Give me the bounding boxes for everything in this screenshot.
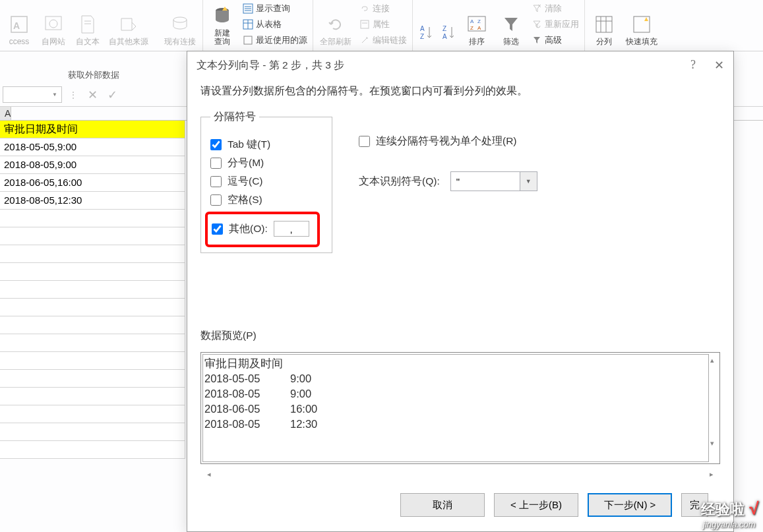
right-options: 连续分隔符号视为单个处理(R) 文本识别符号(Q): ▼	[359, 110, 537, 268]
text-to-columns-button[interactable]: 分列	[588, 0, 621, 47]
cell-header[interactable]: 审批日期及时间	[0, 121, 185, 138]
cell-empty[interactable]	[0, 316, 185, 334]
link-icon	[359, 3, 370, 14]
connections-button[interactable]: 连接	[357, 1, 410, 16]
from-web-button[interactable]: 自网站	[37, 0, 70, 47]
tab-checkbox[interactable]	[210, 139, 222, 150]
sort-az-icon: AZ	[419, 24, 433, 42]
consecutive-checkbox[interactable]	[359, 136, 370, 147]
cell-data[interactable]: 2018-06-05,16:00	[0, 174, 185, 192]
chevron-down-icon[interactable]: ▼	[520, 172, 537, 191]
cell-empty[interactable]	[0, 352, 185, 370]
from-access-button[interactable]: A ccess	[3, 0, 36, 47]
space-checkbox[interactable]	[210, 194, 222, 206]
properties-button[interactable]: 属性	[357, 16, 410, 32]
highlighted-other-option: 其他(O):	[205, 212, 320, 247]
cell-empty[interactable]	[0, 299, 185, 316]
select-all-corner[interactable]	[0, 107, 5, 120]
cell-empty[interactable]	[0, 210, 185, 227]
accept-formula-button[interactable]: ✓	[104, 88, 120, 102]
back-button[interactable]: < 上一步(B)	[494, 493, 578, 517]
scroll-left-icon[interactable]: ◂	[203, 468, 215, 480]
next-button[interactable]: 下一步(N) >	[588, 493, 672, 517]
semicolon-checkbox-row[interactable]: 分号(M)	[210, 156, 320, 170]
cell-empty[interactable]	[0, 281, 185, 299]
sort-za-icon: ZA	[441, 24, 456, 42]
access-icon: A	[9, 15, 29, 34]
sort-desc-button[interactable]: ZA	[438, 0, 459, 47]
reapply-button[interactable]: 重新应用	[529, 16, 582, 32]
recent-sources-button[interactable]: 最近使用的源	[240, 32, 310, 48]
svg-rect-29	[596, 16, 612, 32]
filter-button[interactable]: 筛选	[495, 0, 528, 47]
ribbon: A ccess 自网站 自文本 自其他来源 现有连接	[0, 0, 763, 51]
qualifier-combo[interactable]: ▼	[450, 171, 537, 191]
edit-links-button[interactable]: 编辑链接	[357, 32, 410, 48]
advanced-filter-button[interactable]: 高级	[529, 32, 582, 48]
cell-empty[interactable]	[0, 227, 185, 245]
ribbon-group-transform: 新建 查询 显示查询 从表格 最近使用的源	[203, 0, 313, 51]
dialog-footer: 取消 < 上一步(B) 下一步(N) > 完	[200, 483, 720, 525]
horizontal-scrollbar[interactable]: ◂ ▸	[200, 467, 720, 483]
properties-icon	[359, 19, 370, 30]
cell-empty[interactable]	[0, 334, 185, 352]
help-button[interactable]: ?	[690, 58, 696, 73]
cell-empty[interactable]	[0, 441, 185, 459]
comma-checkbox-row[interactable]: 逗号(C)	[210, 175, 320, 189]
name-box[interactable]: ▼	[3, 86, 62, 103]
chevron-down-icon[interactable]: ▼	[52, 92, 57, 98]
consecutive-checkbox-row[interactable]: 连续分隔符号视为单个处理(R)	[359, 134, 537, 148]
cell-empty[interactable]	[0, 245, 185, 263]
edit-link-icon	[359, 35, 370, 45]
new-query-button[interactable]: 新建 查询	[206, 0, 239, 47]
cell-empty[interactable]	[0, 423, 185, 441]
cell-empty[interactable]	[0, 370, 185, 388]
cancel-formula-button[interactable]: ✕	[84, 88, 100, 102]
refresh-all-button[interactable]: 全部刷新	[316, 0, 355, 47]
svg-text:A: A	[470, 18, 474, 24]
space-checkbox-row[interactable]: 空格(S)	[210, 193, 320, 207]
sort-asc-button[interactable]: AZ	[415, 0, 437, 47]
sort-button[interactable]: AZZA 排序	[460, 0, 493, 47]
cell-empty[interactable]	[0, 263, 185, 281]
svg-text:A: A	[13, 20, 20, 31]
existing-conn-button[interactable]: 现有连接	[160, 0, 200, 47]
cancel-button[interactable]: 取消	[400, 493, 485, 517]
svg-point-6	[173, 17, 187, 22]
cell-data[interactable]: 2018-08-05,9:00	[0, 156, 185, 174]
svg-rect-16	[361, 20, 369, 28]
comma-checkbox[interactable]	[210, 176, 222, 187]
clear-filter-button[interactable]: 清除	[529, 1, 582, 16]
scroll-up-icon[interactable]: ▴	[706, 354, 718, 366]
svg-text:Z: Z	[443, 25, 446, 32]
text-qualifier-row: 文本识别符号(Q): ▼	[359, 171, 537, 191]
advanced-icon	[532, 35, 542, 45]
from-text-button[interactable]: 自文本	[71, 0, 104, 47]
other-checkbox[interactable]	[212, 223, 223, 235]
svg-rect-15	[244, 36, 252, 44]
cell-empty[interactable]	[0, 405, 185, 423]
scroll-right-icon[interactable]: ▸	[706, 468, 717, 480]
cell-empty[interactable]	[0, 388, 185, 405]
close-button[interactable]: ✕	[714, 58, 724, 73]
svg-rect-33	[634, 16, 650, 32]
other-checkbox-row[interactable]: 其他(O):	[212, 221, 312, 237]
svg-text:A: A	[477, 25, 481, 31]
from-table-button[interactable]: 从表格	[240, 16, 310, 32]
column-header-A[interactable]: A	[5, 107, 11, 120]
ribbon-group-connections: 全部刷新 连接 属性 编辑链接	[313, 0, 413, 51]
dialog-title-text: 文本分列向导 - 第 2 步，共 3 步	[197, 59, 344, 73]
other-delimiter-input[interactable]	[274, 221, 309, 237]
from-other-button[interactable]: 自其他来源	[106, 0, 152, 47]
ribbon-group-data-tools: 分列 快速填充	[585, 0, 664, 51]
tab-checkbox-row[interactable]: Tab 键(T)	[210, 138, 320, 152]
cell-data[interactable]: 2018-05-05,9:00	[0, 138, 185, 156]
flash-fill-button[interactable]: 快速填充	[622, 0, 661, 47]
group-label-external-data: 获取外部数据	[0, 66, 187, 84]
flash-fill-icon	[632, 15, 652, 34]
qualifier-input[interactable]	[451, 172, 520, 191]
show-queries-button[interactable]: 显示查询	[240, 1, 310, 16]
cell-data[interactable]: 2018-08-05,12:30	[0, 192, 185, 210]
semicolon-checkbox[interactable]	[210, 158, 222, 169]
scroll-down-icon[interactable]: ▾	[706, 437, 718, 449]
